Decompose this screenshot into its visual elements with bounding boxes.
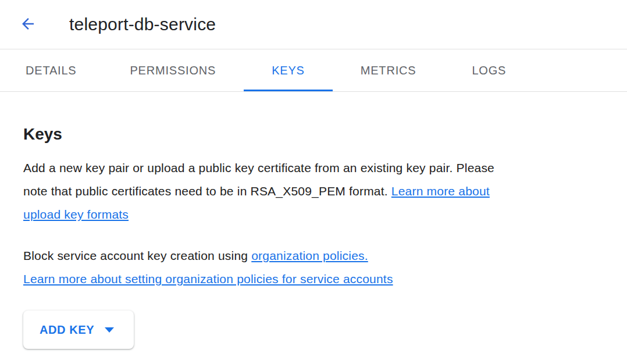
tab-logs[interactable]: LOGS	[444, 49, 534, 91]
text-line: Block service account key creation using…	[23, 244, 604, 267]
text-link[interactable]: upload key formats	[23, 208, 129, 221]
org-policy-paragraph: Block service account key creation using…	[23, 244, 604, 291]
tab-label: PERMISSIONS	[130, 64, 216, 77]
text-link[interactable]: Learn more about	[391, 184, 490, 198]
tab-label: DETAILS	[26, 64, 76, 77]
page-title: teleport-db-service	[69, 15, 216, 34]
text-run: note that public certificates need to be…	[23, 184, 391, 198]
tab-bar: DETAILS PERMISSIONS KEYS METRICS LOGS	[0, 49, 627, 92]
text-run: Add a new key pair or upload a public ke…	[23, 161, 494, 174]
keys-description-paragraph: Add a new key pair or upload a public ke…	[23, 156, 604, 226]
add-key-button-label: ADD KEY	[40, 323, 94, 337]
text-link[interactable]: Learn more about setting organization po…	[23, 272, 393, 286]
text-line: note that public certificates need to be…	[23, 180, 604, 203]
service-account-keys-page: teleport-db-service DETAILS PERMISSIONS …	[0, 0, 627, 364]
tab-label: LOGS	[472, 64, 506, 77]
section-heading: Keys	[23, 124, 604, 144]
tab-metrics[interactable]: METRICS	[333, 49, 444, 91]
page-header: teleport-db-service	[0, 0, 627, 49]
text-line: upload key formats	[23, 203, 604, 226]
tab-label: KEYS	[272, 64, 305, 77]
tab-details[interactable]: DETAILS	[0, 49, 102, 91]
tab-keys[interactable]: KEYS	[244, 49, 333, 91]
arrow-back-icon	[19, 15, 37, 34]
keys-tab-content: Keys Add a new key pair or upload a publ…	[0, 124, 627, 349]
arrow-drop-down-icon	[105, 327, 114, 333]
tab-label: METRICS	[361, 64, 416, 77]
text-run: Block service account key creation using	[23, 249, 251, 262]
add-key-button[interactable]: ADD KEY	[23, 311, 134, 349]
text-line: Add a new key pair or upload a public ke…	[23, 156, 604, 180]
back-button[interactable]	[19, 15, 37, 34]
text-link[interactable]: organization policies.	[251, 249, 368, 262]
tab-permissions[interactable]: PERMISSIONS	[102, 49, 244, 91]
text-line: Learn more about setting organization po…	[23, 267, 604, 291]
